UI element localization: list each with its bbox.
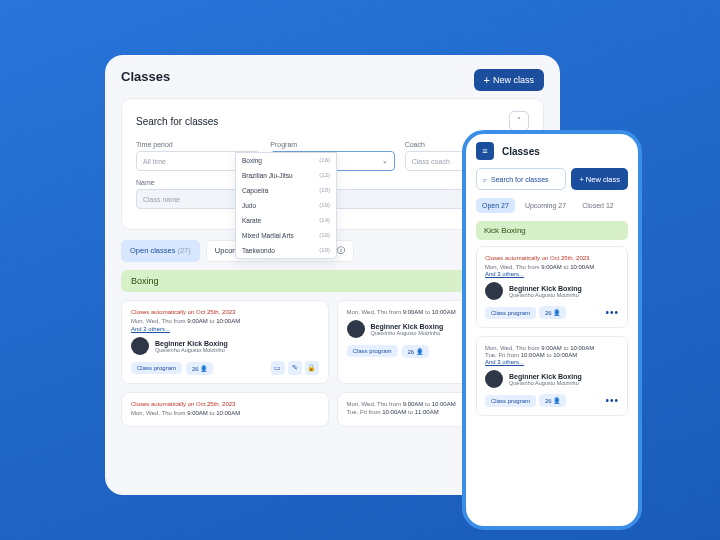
avatar <box>485 370 503 388</box>
avatar <box>347 320 365 338</box>
program-chip[interactable]: Class program <box>485 395 536 407</box>
edit-icon[interactable]: ✎ <box>288 361 302 375</box>
tab-closed[interactable]: Closed 12 <box>576 198 620 213</box>
search-input[interactable]: ⌕Search for classes <box>476 168 566 190</box>
more-icon[interactable]: ••• <box>605 307 619 318</box>
dropdown-item[interactable]: Brazilian Jiu-Jitsu(12) <box>236 168 336 183</box>
class-name: Beginner Kick Boxing <box>509 285 619 292</box>
schedule: Mon, Wed, Thu from 9:00AM to 10:00AM <box>485 264 619 270</box>
mobile-view: ≡ Classes ⌕Search for classes +New class… <box>462 130 642 530</box>
avatar <box>485 282 503 300</box>
coach-name: Queixinho Augusto Moizinho <box>509 380 619 386</box>
class-card[interactable]: Closes automatically on Oct 25th, 2023 M… <box>121 300 329 384</box>
class-card[interactable]: Mon, Wed, Thu from 9:00AM to 10:00AM Tue… <box>476 336 628 416</box>
count-chip: 26 👤 <box>402 345 429 358</box>
menu-button[interactable]: ≡ <box>476 142 494 160</box>
autoclose-notice: Closes automatically on Oct 25th, 2023 <box>131 309 319 315</box>
program-label: Program <box>270 141 394 148</box>
time-label: Time period <box>136 141 260 148</box>
coach-name: Queixinho Augusto Moizinho <box>509 292 619 298</box>
others-link[interactable]: And 3 others... <box>485 359 619 365</box>
collapse-button[interactable]: ˄ <box>509 111 529 131</box>
schedule: Mon, Wed, Thu from 9:00AM to 10:00AM <box>131 410 319 416</box>
avatar <box>131 337 149 355</box>
tab-upcoming[interactable]: Upcoming 27 <box>519 198 572 213</box>
program-chip[interactable]: Class program <box>485 307 536 319</box>
tab-open[interactable]: Open 27 <box>476 198 515 213</box>
new-class-label: New class <box>493 75 534 85</box>
program-chip[interactable]: Class program <box>347 345 398 357</box>
class-name: Beginner Kick Boxing <box>509 373 619 380</box>
program-dropdown: Boxing(16) Brazilian Jiu-Jitsu(12) Capoe… <box>235 152 337 259</box>
autoclose-notice: Closes automatically on Oct 25th, 2023 <box>131 401 319 407</box>
autoclose-notice: Closes automatically on Oct 25th, 2023 <box>485 255 619 261</box>
dropdown-item[interactable]: Karate(14) <box>236 213 336 228</box>
page-title: Classes <box>502 146 540 157</box>
schedule: Tue, Fri from 10:00AM to 10:00AM <box>485 352 619 358</box>
plus-icon: + <box>579 175 583 184</box>
schedule: Mon, Wed, Thu from 9:00AM to 10:00AM <box>131 318 319 324</box>
search-icon: ⌕ <box>483 176 487 183</box>
section-header: Kick Boxing <box>476 221 628 240</box>
others-link[interactable]: And 3 others... <box>485 271 619 277</box>
new-class-button[interactable]: +New class <box>571 168 628 190</box>
dropdown-item[interactable]: Boxing(16) <box>236 153 336 168</box>
lock-icon[interactable]: 🔒 <box>305 361 319 375</box>
chevron-up-icon: ˄ <box>517 117 521 125</box>
card-icon[interactable]: ▭ <box>271 361 285 375</box>
class-card[interactable]: Closes automatically on Oct 25th, 2023 M… <box>476 246 628 328</box>
dropdown-item[interactable]: Mixed Martial Arts(10) <box>236 228 336 243</box>
count-chip: 26 👤 <box>186 362 213 375</box>
dropdown-item[interactable]: Judo(10) <box>236 198 336 213</box>
class-name: Beginner Kick Boxing <box>155 340 319 347</box>
chevron-down-icon: ⌄ <box>382 157 388 165</box>
coach-name: Queixinho Augusto Moizinho <box>155 347 319 353</box>
tab-open[interactable]: Open classes(27) <box>121 240 200 262</box>
new-class-button[interactable]: + New class <box>474 69 544 91</box>
program-chip[interactable]: Class program <box>131 362 182 374</box>
search-title: Search for classes <box>136 116 218 127</box>
class-card[interactable]: Closes automatically on Oct 25th, 2023 M… <box>121 392 329 427</box>
tabs: Open 27 Upcoming 27 Closed 12 <box>466 198 638 221</box>
dropdown-item[interactable]: Taekwondo(10) <box>236 243 336 258</box>
schedule: Mon, Wed, Thu from 9:00AM to 10:00AM <box>485 345 619 351</box>
more-icon[interactable]: ••• <box>605 395 619 406</box>
info-icon: ⓘ <box>337 246 345 255</box>
count-chip: 26 👤 <box>539 306 566 319</box>
count-chip: 26 👤 <box>539 394 566 407</box>
others-link[interactable]: And 2 others... <box>131 326 319 332</box>
dropdown-item[interactable]: Capoeira(10) <box>236 183 336 198</box>
